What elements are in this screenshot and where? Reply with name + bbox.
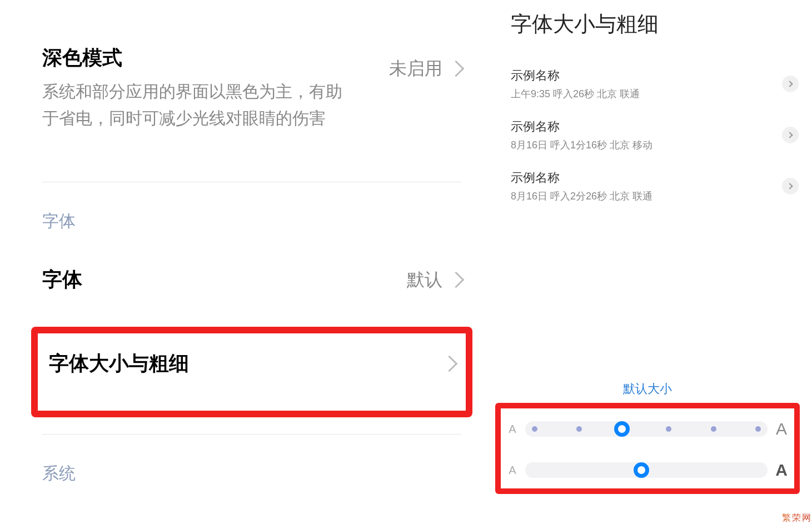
font-row[interactable]: 字体 默认: [42, 266, 461, 321]
section-header-system: 系统: [42, 462, 461, 485]
dark-mode-value-area: 未启用: [389, 57, 461, 81]
sample-title: 示例名称: [511, 67, 782, 84]
sample-title: 示例名称: [511, 118, 782, 135]
slider-thumb[interactable]: [634, 462, 649, 478]
dark-mode-desc: 系统和部分应用的界面以黑色为主，有助于省电，同时可减少光线对眼睛的伤害: [42, 78, 353, 132]
dark-mode-title: 深色模式: [42, 44, 353, 72]
font-weight-slider[interactable]: [525, 462, 768, 478]
sample-sub: 8月16日 呼入2分26秒 北京 联通: [511, 189, 782, 203]
slider-highlight-annotation: A A A A: [495, 403, 800, 494]
font-size-slider-row: A A: [506, 420, 789, 438]
chevron-right-icon: [452, 61, 461, 77]
slider-stop: [755, 426, 761, 432]
info-icon[interactable]: [782, 178, 799, 194]
font-size-weight-title: 字体大小与粗细: [49, 350, 189, 377]
watermark: 繁荣网: [782, 512, 812, 524]
sample-row[interactable]: 示例名称 上午9:35 呼入26秒 北京 联通: [497, 61, 812, 112]
font-weight-slider-row: A A: [506, 461, 789, 480]
font-value-area: 默认: [407, 268, 461, 292]
letter-large-icon: A: [774, 420, 789, 438]
font-value: 默认: [407, 268, 442, 292]
chevron-right-icon: [446, 356, 455, 372]
font-size-weight-row[interactable]: 字体大小与粗细: [43, 350, 460, 377]
letter-bold-icon: A: [774, 461, 789, 480]
font-size-slider[interactable]: [525, 421, 768, 437]
letter-small-icon: A: [506, 423, 519, 436]
sample-row[interactable]: 示例名称 8月16日 呼入1分16秒 北京 移动: [497, 112, 812, 163]
letter-thin-icon: A: [506, 464, 519, 477]
dark-mode-value: 未启用: [389, 57, 442, 81]
divider: [42, 434, 461, 435]
slider-stop: [711, 426, 716, 432]
highlight-annotation: 字体大小与粗细: [31, 327, 472, 417]
section-header-font: 字体: [42, 210, 461, 233]
slider-stop: [666, 426, 671, 432]
right-title: 字体大小与粗细: [497, 0, 812, 61]
chevron-right-icon: [452, 272, 461, 288]
default-size-label: 默认大小: [492, 381, 803, 397]
sample-title: 示例名称: [511, 169, 782, 186]
slider-stop: [576, 426, 582, 432]
info-icon[interactable]: [782, 127, 799, 143]
divider: [42, 182, 461, 182]
sample-sub: 上午9:35 呼入26秒 北京 联通: [511, 87, 782, 101]
font-title: 字体: [42, 266, 82, 293]
slider-stop: [532, 426, 537, 432]
slider-thumb[interactable]: [614, 421, 630, 437]
sample-row[interactable]: 示例名称 8月16日 呼入2分26秒 北京 联通: [497, 163, 812, 214]
info-icon[interactable]: [782, 76, 799, 92]
dark-mode-row[interactable]: 深色模式 系统和部分应用的界面以黑色为主，有助于省电，同时可减少光线对眼睛的伤害…: [42, 44, 461, 159]
sample-sub: 8月16日 呼入1分16秒 北京 移动: [511, 138, 782, 152]
